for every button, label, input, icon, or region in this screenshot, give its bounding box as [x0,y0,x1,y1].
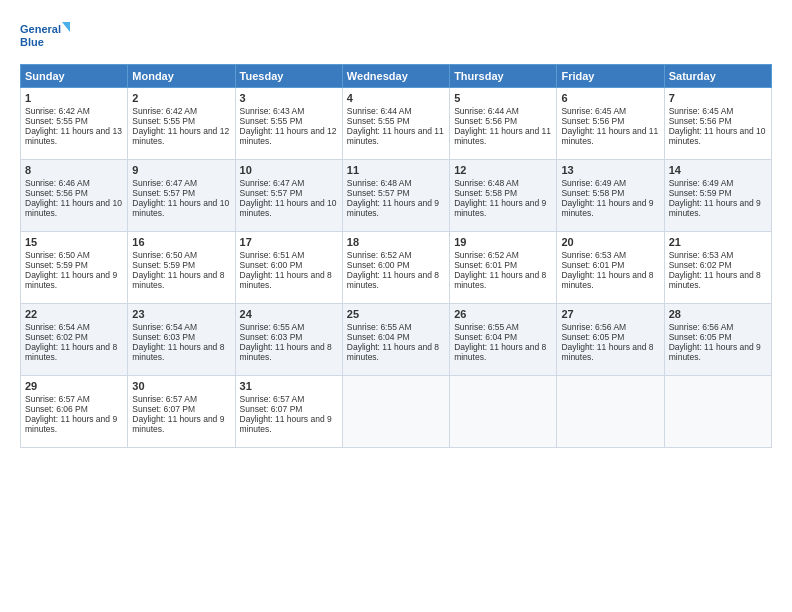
day-number: 26 [454,308,552,320]
header-row: SundayMondayTuesdayWednesdayThursdayFrid… [21,65,772,88]
day-number: 28 [669,308,767,320]
daylight-label: Daylight: 11 hours and 9 minutes. [561,198,653,218]
logo-svg: General Blue [20,18,72,54]
daylight-label: Daylight: 11 hours and 8 minutes. [240,342,332,362]
daylight-label: Daylight: 11 hours and 11 minutes. [561,126,658,146]
calendar-cell: 14Sunrise: 6:49 AMSunset: 5:59 PMDayligh… [664,160,771,232]
sunrise-label: Sunrise: 6:57 AM [25,394,90,404]
day-number: 1 [25,92,123,104]
day-number: 31 [240,380,338,392]
sunset-label: Sunset: 6:00 PM [347,260,410,270]
sunset-label: Sunset: 6:00 PM [240,260,303,270]
calendar-cell: 9Sunrise: 6:47 AMSunset: 5:57 PMDaylight… [128,160,235,232]
daylight-label: Daylight: 11 hours and 9 minutes. [25,270,117,290]
calendar-cell [342,376,449,448]
col-header-monday: Monday [128,65,235,88]
calendar-cell: 22Sunrise: 6:54 AMSunset: 6:02 PMDayligh… [21,304,128,376]
day-number: 18 [347,236,445,248]
daylight-label: Daylight: 11 hours and 9 minutes. [669,342,761,362]
day-number: 29 [25,380,123,392]
sunrise-label: Sunrise: 6:54 AM [25,322,90,332]
sunrise-label: Sunrise: 6:42 AM [25,106,90,116]
daylight-label: Daylight: 11 hours and 8 minutes. [132,342,224,362]
sunset-label: Sunset: 6:02 PM [669,260,732,270]
calendar-cell [664,376,771,448]
sunrise-label: Sunrise: 6:51 AM [240,250,305,260]
day-number: 14 [669,164,767,176]
day-number: 3 [240,92,338,104]
calendar-cell: 17Sunrise: 6:51 AMSunset: 6:00 PMDayligh… [235,232,342,304]
calendar-cell: 19Sunrise: 6:52 AMSunset: 6:01 PMDayligh… [450,232,557,304]
daylight-label: Daylight: 11 hours and 8 minutes. [347,342,439,362]
svg-text:General: General [20,23,61,35]
sunset-label: Sunset: 5:57 PM [132,188,195,198]
page: General Blue SundayMondayTuesdayWednesda… [0,0,792,612]
sunset-label: Sunset: 6:02 PM [25,332,88,342]
calendar-cell: 1Sunrise: 6:42 AMSunset: 5:55 PMDaylight… [21,88,128,160]
daylight-label: Daylight: 11 hours and 8 minutes. [240,270,332,290]
calendar-cell: 11Sunrise: 6:48 AMSunset: 5:57 PMDayligh… [342,160,449,232]
sunset-label: Sunset: 6:04 PM [454,332,517,342]
daylight-label: Daylight: 11 hours and 8 minutes. [561,270,653,290]
sunset-label: Sunset: 6:03 PM [240,332,303,342]
week-row-5: 29Sunrise: 6:57 AMSunset: 6:06 PMDayligh… [21,376,772,448]
sunrise-label: Sunrise: 6:50 AM [132,250,197,260]
daylight-label: Daylight: 11 hours and 13 minutes. [25,126,122,146]
sunrise-label: Sunrise: 6:54 AM [132,322,197,332]
calendar-cell: 25Sunrise: 6:55 AMSunset: 6:04 PMDayligh… [342,304,449,376]
day-number: 9 [132,164,230,176]
calendar-cell: 12Sunrise: 6:48 AMSunset: 5:58 PMDayligh… [450,160,557,232]
daylight-label: Daylight: 11 hours and 12 minutes. [132,126,229,146]
calendar-cell: 5Sunrise: 6:44 AMSunset: 5:56 PMDaylight… [450,88,557,160]
day-number: 7 [669,92,767,104]
sunset-label: Sunset: 5:57 PM [347,188,410,198]
daylight-label: Daylight: 11 hours and 10 minutes. [25,198,122,218]
sunrise-label: Sunrise: 6:44 AM [347,106,412,116]
sunset-label: Sunset: 5:58 PM [454,188,517,198]
day-number: 5 [454,92,552,104]
calendar-cell: 7Sunrise: 6:45 AMSunset: 5:56 PMDaylight… [664,88,771,160]
sunset-label: Sunset: 6:01 PM [454,260,517,270]
sunset-label: Sunset: 6:05 PM [561,332,624,342]
daylight-label: Daylight: 11 hours and 10 minutes. [240,198,337,218]
daylight-label: Daylight: 11 hours and 10 minutes. [132,198,229,218]
week-row-3: 15Sunrise: 6:50 AMSunset: 5:59 PMDayligh… [21,232,772,304]
calendar-cell: 10Sunrise: 6:47 AMSunset: 5:57 PMDayligh… [235,160,342,232]
sunrise-label: Sunrise: 6:48 AM [454,178,519,188]
sunrise-label: Sunrise: 6:52 AM [454,250,519,260]
logo: General Blue [20,18,72,54]
daylight-label: Daylight: 11 hours and 9 minutes. [132,414,224,434]
calendar-cell: 2Sunrise: 6:42 AMSunset: 5:55 PMDaylight… [128,88,235,160]
day-number: 23 [132,308,230,320]
day-number: 27 [561,308,659,320]
daylight-label: Daylight: 11 hours and 9 minutes. [347,198,439,218]
sunset-label: Sunset: 5:58 PM [561,188,624,198]
sunset-label: Sunset: 5:57 PM [240,188,303,198]
sunset-label: Sunset: 6:03 PM [132,332,195,342]
day-number: 19 [454,236,552,248]
col-header-wednesday: Wednesday [342,65,449,88]
calendar-cell: 6Sunrise: 6:45 AMSunset: 5:56 PMDaylight… [557,88,664,160]
sunset-label: Sunset: 5:55 PM [25,116,88,126]
sunset-label: Sunset: 6:05 PM [669,332,732,342]
daylight-label: Daylight: 11 hours and 11 minutes. [454,126,551,146]
daylight-label: Daylight: 11 hours and 9 minutes. [669,198,761,218]
calendar-cell: 29Sunrise: 6:57 AMSunset: 6:06 PMDayligh… [21,376,128,448]
sunrise-label: Sunrise: 6:53 AM [669,250,734,260]
sunrise-label: Sunrise: 6:53 AM [561,250,626,260]
sunrise-label: Sunrise: 6:49 AM [561,178,626,188]
sunset-label: Sunset: 5:56 PM [561,116,624,126]
col-header-saturday: Saturday [664,65,771,88]
day-number: 30 [132,380,230,392]
sunset-label: Sunset: 6:04 PM [347,332,410,342]
day-number: 24 [240,308,338,320]
calendar-table: SundayMondayTuesdayWednesdayThursdayFrid… [20,64,772,448]
sunrise-label: Sunrise: 6:47 AM [240,178,305,188]
daylight-label: Daylight: 11 hours and 8 minutes. [25,342,117,362]
sunrise-label: Sunrise: 6:47 AM [132,178,197,188]
calendar-cell: 15Sunrise: 6:50 AMSunset: 5:59 PMDayligh… [21,232,128,304]
day-number: 6 [561,92,659,104]
day-number: 21 [669,236,767,248]
daylight-label: Daylight: 11 hours and 8 minutes. [132,270,224,290]
day-number: 8 [25,164,123,176]
